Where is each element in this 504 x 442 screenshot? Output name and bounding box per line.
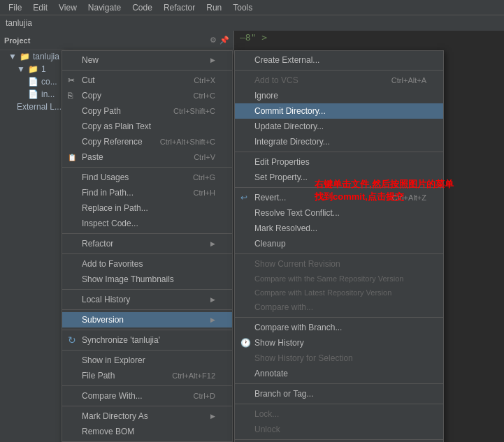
ctx-revert[interactable]: ↩ Revert... Ctrl+Alt+Z	[235, 190, 443, 205]
ctx-compare-latest[interactable]: Compare with Latest Repository Version	[235, 286, 443, 300]
panel-icons: ⚙ 📌	[210, 36, 229, 45]
ctx-integrate-dir[interactable]: Integrate Directory...	[235, 134, 443, 149]
menu-tools[interactable]: Tools	[227, 1, 258, 14]
sep10	[62, 406, 232, 406]
ctx-revert-shortcut: Ctrl+Alt+Z	[391, 193, 426, 202]
ctx-mark-dir[interactable]: Mark Directory As	[62, 408, 232, 424]
ctx-add-favorites-label: Add to Favorites	[82, 259, 143, 269]
menu-run[interactable]: Run	[201, 1, 227, 14]
ctx-cut-label: Cut	[82, 75, 95, 85]
code-text-1: –8" >	[240, 32, 267, 43]
ctx-edit-props[interactable]: Edit Properties	[235, 154, 443, 170]
ctx-cut[interactable]: Cut Ctrl+X	[62, 73, 232, 88]
ctx-set-prop[interactable]: Set Property...	[235, 170, 443, 185]
ctx-add-vcs[interactable]: Add to VCS Ctrl+Alt+A	[235, 73, 443, 88]
ctx-copy-plain[interactable]: Copy as Plain Text	[62, 119, 232, 134]
sep4	[62, 253, 232, 254]
ctx-copy-ref-shortcut: Ctrl+Alt+Shift+C	[160, 138, 215, 146]
rsep7	[235, 404, 443, 404]
ctx-new-label: New	[82, 55, 99, 65]
ctx-refactor[interactable]: Refactor	[62, 236, 232, 251]
revert-icon: ↩	[240, 193, 247, 202]
rsep6	[235, 383, 443, 384]
ctx-paste[interactable]: Paste Ctrl+V	[62, 149, 232, 165]
ctx-show-explorer[interactable]: Show in Explorer	[62, 353, 232, 368]
menu-refactor[interactable]: Refactor	[158, 1, 201, 14]
ctx-sync[interactable]: Synchronize 'tanlujia'	[62, 332, 232, 348]
ctx-local-history[interactable]: Local History	[62, 292, 232, 307]
ctx-show-current-rev-label: Show Current Revision	[254, 259, 340, 269]
ctx-compare-with2[interactable]: Compare with...	[235, 300, 443, 315]
ctx-create-external[interactable]: Create External...	[235, 52, 443, 68]
pin-icon[interactable]: 📌	[219, 36, 229, 45]
folder-icon: 📁	[20, 52, 30, 61]
ctx-compare-with[interactable]: Compare With... Ctrl+D	[62, 388, 232, 404]
menu-code[interactable]: Code	[127, 1, 158, 14]
ctx-show-history[interactable]: 🕐 Show History	[235, 335, 443, 351]
ctx-file-path-label: File Path	[82, 371, 115, 381]
sep6	[62, 309, 232, 310]
ctx-replace-path[interactable]: Replace in Path...	[62, 200, 232, 216]
ctx-integrate-dir-label: Integrate Directory...	[254, 137, 330, 147]
ctx-find-usages[interactable]: Find Usages Ctrl+G	[62, 170, 232, 185]
menu-navigate[interactable]: Navigate	[82, 1, 127, 14]
ctx-copy-path[interactable]: Copy Path Ctrl+Shift+C	[62, 103, 232, 119]
ctx-show-history-selection-label: Show History for Selection	[254, 353, 353, 363]
ctx-cut-shortcut: Ctrl+X	[194, 76, 215, 84]
ctx-branch-tag-label: Branch or Tag...	[254, 389, 314, 399]
ctx-compare-same-repo[interactable]: Compare with the Same Repository Version	[235, 272, 443, 286]
ctx-mark-resolved-label: Mark Resolved...	[254, 223, 317, 233]
ctx-lock-label: Lock...	[254, 409, 279, 419]
ctx-update-dir[interactable]: Update Directory...	[235, 119, 443, 134]
ctx-unlock-label: Unlock	[254, 425, 280, 434]
ctx-copy-label: Copy	[82, 91, 101, 101]
ctx-find-usages-shortcut: Ctrl+G	[193, 173, 215, 182]
ctx-resolve-conflict[interactable]: Resolve Text Conflict...	[235, 205, 443, 221]
ctx-find-usages-label: Find Usages	[82, 172, 129, 182]
ctx-subversion-label: Subversion	[82, 315, 124, 325]
ctx-cleanup[interactable]: Cleanup	[235, 236, 443, 251]
ctx-inspect[interactable]: Inspect Code...	[62, 216, 232, 231]
ctx-new[interactable]: New	[62, 52, 232, 68]
sep5	[62, 289, 232, 290]
ctx-mark-resolved[interactable]: Mark Resolved...	[235, 221, 443, 236]
ctx-compare-latest-label: Compare with Latest Repository Version	[254, 288, 391, 297]
ctx-mark-dir-label: Mark Directory As	[82, 411, 148, 421]
ctx-lock[interactable]: Lock...	[235, 406, 443, 422]
ctx-find-path[interactable]: Find in Path... Ctrl+H	[62, 185, 232, 200]
ctx-copy-ref-label: Copy Reference	[82, 137, 143, 147]
ctx-commit-dir[interactable]: Commit Directory...	[235, 103, 443, 119]
ctx-compare-branch[interactable]: Compare with Branch...	[235, 320, 443, 335]
ctx-add-vcs-label: Add to VCS	[254, 75, 298, 85]
menu-view[interactable]: View	[53, 1, 82, 14]
panel-header: Project ⚙ 📌	[0, 31, 233, 50]
menu-bar: File Edit View Navigate Code Refactor Ru…	[0, 0, 504, 15]
ctx-show-thumbnails-label: Show Image Thumbnails	[82, 274, 174, 284]
ctx-sync-label: Synchronize 'tanlujia'	[82, 335, 160, 345]
ctx-copy-ref[interactable]: Copy Reference Ctrl+Alt+Shift+C	[62, 134, 232, 149]
ctx-find-path-shortcut: Ctrl+H	[194, 189, 215, 197]
file-icon: 📄	[28, 89, 38, 99]
ctx-update-dir-label: Update Directory...	[254, 121, 324, 131]
project-title: tanlujia	[6, 18, 32, 28]
ctx-branch-tag[interactable]: Branch or Tag...	[235, 386, 443, 402]
ctx-copy[interactable]: Copy Ctrl+C	[62, 88, 232, 103]
ctx-add-favorites[interactable]: Add to Favorites	[62, 256, 232, 272]
ctx-unlock[interactable]: Unlock	[235, 422, 443, 437]
ctx-annotate[interactable]: Annotate	[235, 366, 443, 381]
rsep8	[235, 439, 443, 440]
menu-file[interactable]: File	[3, 1, 27, 14]
ctx-copy-path-label: Copy Path	[82, 106, 121, 116]
ctx-show-current-rev[interactable]: Show Current Revision	[235, 256, 443, 272]
ctx-subversion[interactable]: Subversion	[62, 312, 232, 327]
ctx-ignore[interactable]: Ignore	[235, 88, 443, 103]
ctx-create-external-label: Create External...	[254, 55, 319, 65]
ctx-show-history-selection[interactable]: Show History for Selection	[235, 351, 443, 366]
ctx-file-path[interactable]: File Path Ctrl+Alt+F12	[62, 368, 232, 383]
gear-icon[interactable]: ⚙	[210, 36, 217, 45]
ctx-remove-bom[interactable]: Remove BOM	[62, 424, 232, 439]
menu-edit[interactable]: Edit	[27, 1, 53, 14]
ctx-show-thumbnails[interactable]: Show Image Thumbnails	[62, 272, 232, 287]
ctx-copy-plain-label: Copy as Plain Text	[82, 121, 151, 131]
context-menu-left: New Cut Ctrl+X Copy Ctrl+C Copy Path Ctr…	[62, 50, 233, 442]
